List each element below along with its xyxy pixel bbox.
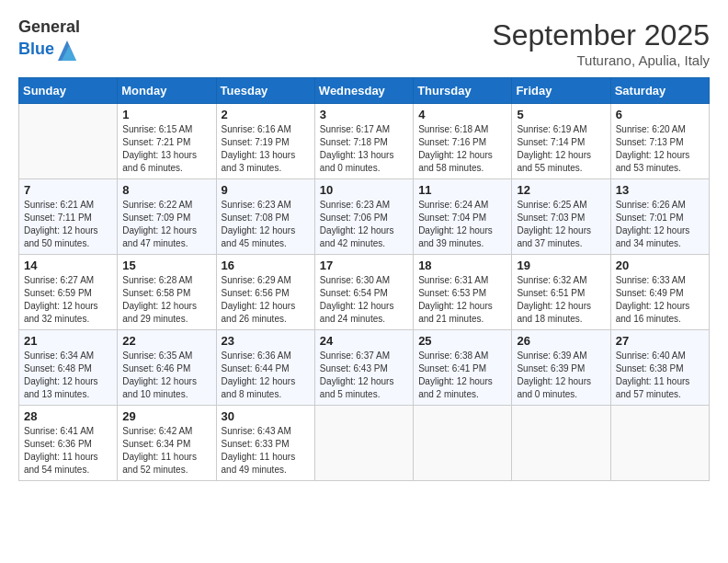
calendar-cell: 1Sunrise: 6:15 AMSunset: 7:21 PMDaylight… xyxy=(118,104,216,179)
month-title: September 2025 xyxy=(492,18,710,52)
day-number: 6 xyxy=(616,108,704,121)
calendar-cell: 20Sunrise: 6:33 AMSunset: 6:49 PMDayligh… xyxy=(610,255,709,330)
day-info: Sunrise: 6:34 AMSunset: 6:48 PMDaylight:… xyxy=(24,350,112,401)
day-info: Sunrise: 6:17 AMSunset: 7:18 PMDaylight:… xyxy=(320,123,408,175)
col-header-sunday: Sunday xyxy=(19,78,118,104)
day-info: Sunrise: 6:18 AMSunset: 7:16 PMDaylight:… xyxy=(418,123,506,175)
day-info: Sunrise: 6:33 AMSunset: 6:49 PMDaylight:… xyxy=(616,274,704,326)
calendar-cell: 27Sunrise: 6:40 AMSunset: 6:38 PMDayligh… xyxy=(610,330,709,406)
calendar-cell: 28Sunrise: 6:41 AMSunset: 6:36 PMDayligh… xyxy=(19,406,118,481)
location-subtitle: Tuturano, Apulia, Italy xyxy=(492,52,710,68)
calendar-cell: 30Sunrise: 6:43 AMSunset: 6:33 PMDayligh… xyxy=(216,406,314,481)
calendar-cell: 8Sunrise: 6:22 AMSunset: 7:09 PMDaylight… xyxy=(118,179,216,255)
col-header-monday: Monday xyxy=(118,78,216,104)
calendar-cell: 25Sunrise: 6:38 AMSunset: 6:41 PMDayligh… xyxy=(414,330,512,406)
day-number: 8 xyxy=(122,183,210,197)
calendar-week-row: 7Sunrise: 6:21 AMSunset: 7:11 PMDaylight… xyxy=(19,179,710,255)
day-number: 23 xyxy=(222,334,310,348)
day-info: Sunrise: 6:21 AMSunset: 7:11 PMDaylight:… xyxy=(24,199,112,250)
day-number: 13 xyxy=(616,183,704,197)
calendar-cell: 2Sunrise: 6:16 AMSunset: 7:19 PMDaylight… xyxy=(216,104,314,179)
day-number: 19 xyxy=(517,259,605,272)
day-info: Sunrise: 6:38 AMSunset: 6:41 PMDaylight:… xyxy=(418,350,506,401)
day-info: Sunrise: 6:31 AMSunset: 6:53 PMDaylight:… xyxy=(418,274,506,326)
day-number: 14 xyxy=(24,259,112,272)
day-number: 27 xyxy=(616,334,704,348)
calendar-cell: 6Sunrise: 6:20 AMSunset: 7:13 PMDaylight… xyxy=(610,104,709,179)
col-header-friday: Friday xyxy=(512,78,610,104)
calendar-cell: 13Sunrise: 6:26 AMSunset: 7:01 PMDayligh… xyxy=(610,179,709,255)
logo-icon xyxy=(56,37,78,63)
calendar-cell: 24Sunrise: 6:37 AMSunset: 6:43 PMDayligh… xyxy=(314,330,413,406)
calendar-cell: 3Sunrise: 6:17 AMSunset: 7:18 PMDaylight… xyxy=(314,104,413,179)
calendar-cell: 11Sunrise: 6:24 AMSunset: 7:04 PMDayligh… xyxy=(414,179,512,255)
day-info: Sunrise: 6:26 AMSunset: 7:01 PMDaylight:… xyxy=(616,199,704,250)
day-info: Sunrise: 6:42 AMSunset: 6:34 PMDaylight:… xyxy=(122,425,210,477)
calendar-cell: 9Sunrise: 6:23 AMSunset: 7:08 PMDaylight… xyxy=(216,179,314,255)
day-number: 17 xyxy=(320,259,408,272)
calendar-cell xyxy=(512,406,610,481)
day-info: Sunrise: 6:25 AMSunset: 7:03 PMDaylight:… xyxy=(517,199,605,250)
day-info: Sunrise: 6:29 AMSunset: 6:56 PMDaylight:… xyxy=(222,274,310,326)
day-number: 30 xyxy=(222,409,310,423)
day-number: 11 xyxy=(418,183,506,197)
day-info: Sunrise: 6:43 AMSunset: 6:33 PMDaylight:… xyxy=(222,425,310,477)
calendar-week-row: 28Sunrise: 6:41 AMSunset: 6:36 PMDayligh… xyxy=(19,406,710,481)
calendar-cell: 5Sunrise: 6:19 AMSunset: 7:14 PMDaylight… xyxy=(512,104,610,179)
col-header-wednesday: Wednesday xyxy=(314,78,413,104)
day-info: Sunrise: 6:30 AMSunset: 6:54 PMDaylight:… xyxy=(320,274,408,326)
col-header-tuesday: Tuesday xyxy=(216,78,314,104)
day-info: Sunrise: 6:36 AMSunset: 6:44 PMDaylight:… xyxy=(222,350,310,401)
day-number: 15 xyxy=(122,259,210,272)
day-info: Sunrise: 6:23 AMSunset: 7:08 PMDaylight:… xyxy=(222,199,310,250)
day-number: 7 xyxy=(24,183,112,197)
calendar-cell: 18Sunrise: 6:31 AMSunset: 6:53 PMDayligh… xyxy=(414,255,512,330)
day-info: Sunrise: 6:19 AMSunset: 7:14 PMDaylight:… xyxy=(517,123,605,175)
calendar-cell: 29Sunrise: 6:42 AMSunset: 6:34 PMDayligh… xyxy=(118,406,216,481)
calendar-cell: 4Sunrise: 6:18 AMSunset: 7:16 PMDaylight… xyxy=(414,104,512,179)
day-number: 5 xyxy=(517,108,605,121)
day-info: Sunrise: 6:15 AMSunset: 7:21 PMDaylight:… xyxy=(122,123,210,175)
day-info: Sunrise: 6:20 AMSunset: 7:13 PMDaylight:… xyxy=(616,123,704,175)
day-number: 9 xyxy=(222,183,310,197)
calendar-cell: 23Sunrise: 6:36 AMSunset: 6:44 PMDayligh… xyxy=(216,330,314,406)
day-number: 2 xyxy=(222,108,310,121)
day-info: Sunrise: 6:28 AMSunset: 6:58 PMDaylight:… xyxy=(122,274,210,326)
logo-blue-text: Blue xyxy=(18,40,54,59)
calendar-cell: 15Sunrise: 6:28 AMSunset: 6:58 PMDayligh… xyxy=(118,255,216,330)
calendar-cell: 7Sunrise: 6:21 AMSunset: 7:11 PMDaylight… xyxy=(19,179,118,255)
calendar-table: SundayMondayTuesdayWednesdayThursdayFrid… xyxy=(18,77,710,481)
calendar-header-row: SundayMondayTuesdayWednesdayThursdayFrid… xyxy=(19,78,710,104)
day-number: 28 xyxy=(24,409,112,423)
day-number: 24 xyxy=(320,334,408,348)
col-header-thursday: Thursday xyxy=(414,78,512,104)
calendar-cell: 19Sunrise: 6:32 AMSunset: 6:51 PMDayligh… xyxy=(512,255,610,330)
day-number: 29 xyxy=(122,409,210,423)
day-info: Sunrise: 6:39 AMSunset: 6:39 PMDaylight:… xyxy=(517,350,605,401)
calendar-cell xyxy=(19,104,118,179)
calendar-cell: 22Sunrise: 6:35 AMSunset: 6:46 PMDayligh… xyxy=(118,330,216,406)
calendar-cell xyxy=(610,406,709,481)
day-info: Sunrise: 6:37 AMSunset: 6:43 PMDaylight:… xyxy=(320,350,408,401)
title-block: September 2025 Tuturano, Apulia, Italy xyxy=(492,18,710,68)
day-info: Sunrise: 6:16 AMSunset: 7:19 PMDaylight:… xyxy=(222,123,310,175)
calendar-cell: 10Sunrise: 6:23 AMSunset: 7:06 PMDayligh… xyxy=(314,179,413,255)
day-info: Sunrise: 6:41 AMSunset: 6:36 PMDaylight:… xyxy=(24,425,112,477)
calendar-cell: 14Sunrise: 6:27 AMSunset: 6:59 PMDayligh… xyxy=(19,255,118,330)
day-number: 25 xyxy=(418,334,506,348)
logo: General Blue xyxy=(18,18,80,63)
day-number: 1 xyxy=(122,108,210,121)
calendar-cell: 26Sunrise: 6:39 AMSunset: 6:39 PMDayligh… xyxy=(512,330,610,406)
calendar-cell: 12Sunrise: 6:25 AMSunset: 7:03 PMDayligh… xyxy=(512,179,610,255)
calendar-cell: 17Sunrise: 6:30 AMSunset: 6:54 PMDayligh… xyxy=(314,255,413,330)
day-info: Sunrise: 6:40 AMSunset: 6:38 PMDaylight:… xyxy=(616,350,704,401)
calendar-week-row: 14Sunrise: 6:27 AMSunset: 6:59 PMDayligh… xyxy=(19,255,710,330)
calendar-week-row: 21Sunrise: 6:34 AMSunset: 6:48 PMDayligh… xyxy=(19,330,710,406)
calendar-week-row: 1Sunrise: 6:15 AMSunset: 7:21 PMDaylight… xyxy=(19,104,710,179)
day-info: Sunrise: 6:22 AMSunset: 7:09 PMDaylight:… xyxy=(122,199,210,250)
day-number: 22 xyxy=(122,334,210,348)
day-info: Sunrise: 6:23 AMSunset: 7:06 PMDaylight:… xyxy=(320,199,408,250)
day-number: 26 xyxy=(517,334,605,348)
calendar-cell: 21Sunrise: 6:34 AMSunset: 6:48 PMDayligh… xyxy=(19,330,118,406)
day-info: Sunrise: 6:32 AMSunset: 6:51 PMDaylight:… xyxy=(517,274,605,326)
